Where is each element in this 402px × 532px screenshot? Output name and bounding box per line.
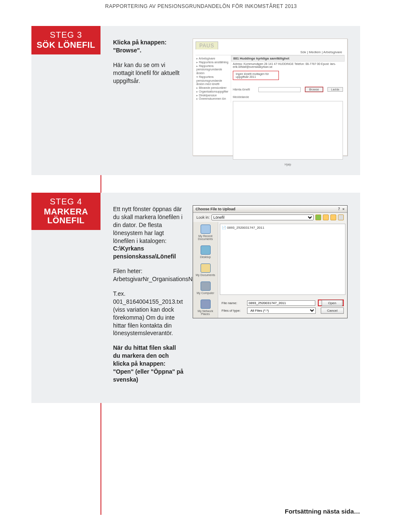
upload-path-input[interactable] [258, 87, 301, 92]
step-3: STEG 3 SÖK LÖNEFIL Klicka på knappen: "B… [31, 26, 360, 175]
tree-item: Rapportera pensionsgrundande årslön med … [196, 75, 230, 86]
step-4-p3: T.ex. 001_8164004155_2013.txt (viss vari… [113, 290, 184, 337]
ss-status-highlight: Ingen lönefil mottagen för uppgiftsår 20… [233, 71, 279, 80]
step-4-num: STEG 4 [34, 197, 98, 207]
filename-input[interactable] [247, 300, 315, 306]
upload-button[interactable]: Ladda [327, 87, 343, 92]
open-button[interactable]: Open [322, 300, 343, 306]
step-3-text: Klicka på knappen: "Browse". Här kan du … [113, 39, 184, 91]
browse-button[interactable]: Browse [305, 87, 322, 92]
tree-item: Överenskommen lön [196, 97, 230, 101]
up-icon[interactable] [323, 214, 329, 220]
lookin-label: Look in: [196, 215, 210, 220]
back-icon[interactable] [315, 214, 321, 220]
filetype-label: Files of type: [222, 309, 245, 312]
ss-company-title: 881 Huddinge kyrkliga samfällighet [231, 55, 345, 62]
tree-item: Arbetsgivare [196, 57, 230, 61]
place-recent[interactable]: My Recent Documents [193, 222, 218, 243]
step-4-text: Ett nytt fönster öppnas där du skall mar… [113, 205, 184, 390]
place-mydocs[interactable]: My Documents [193, 261, 218, 279]
step-4-title: MARKERA LÖNEFIL [34, 207, 98, 225]
dialog-title: Choose File to Upload [196, 207, 235, 211]
page-header: RAPPORTERING AV PENSIONSGRUNDANDELÖN FÖR… [0, 0, 402, 26]
step-3-p1: Klicka på knappen: "Browse". [113, 39, 167, 54]
step-4-p2: Filen heter: ArbetsgivarNr_Organisations… [113, 267, 184, 283]
page-footer: Kyrkans pensionskassa Universitetsallén … [0, 523, 402, 532]
step-4-p1b: C:\Kyrkans pensionskassa\Lönefil [113, 245, 176, 260]
file-list[interactable]: 0893_2520031747_2011 [220, 224, 345, 295]
place-network[interactable]: My Network Places [193, 297, 218, 318]
tree-item: Blivande pensionärer [196, 86, 230, 90]
help-link[interactable]: Hjalp [231, 161, 345, 166]
ss-company-info: Adress: Kommunvägen 28 141 47 HUDDINGE T… [231, 62, 345, 69]
message-label: Meddelande [233, 96, 256, 98]
tree-item: Organisationsuppgifter [196, 90, 230, 94]
tree-item: Rapportera pensionsgrundande årslön [196, 65, 230, 75]
close-icon[interactable]: ? × [338, 207, 345, 211]
paus-tab: PAUS [196, 41, 218, 49]
step-3-title: SÖK LÖNEFIL [34, 41, 98, 49]
place-desktop[interactable]: Desktop [193, 243, 218, 261]
ss-topbar: Sök | Medlem | Arbetsgivare [196, 49, 345, 55]
step-4-label: STEG 4 MARKERA LÖNEFIL [31, 193, 100, 230]
file-dialog-screenshot: Choose File to Upload ? × Look in: Lönef… [193, 205, 348, 318]
ss-tree: Arbetsgivare Rapportera anställning Rapp… [196, 55, 231, 103]
lookin-select[interactable]: Lönefil [211, 214, 314, 220]
browse-highlight: Browse [305, 87, 323, 92]
place-mycomputer[interactable]: My Computer [193, 279, 218, 297]
cancel-button[interactable]: Cancel [321, 307, 344, 314]
views-icon[interactable] [338, 214, 344, 220]
filetype-select[interactable]: All Files (*.*) [247, 307, 316, 314]
filename-label: File name: [222, 301, 245, 305]
step-3-label: STEG 3 SÖK LÖNEFIL [31, 26, 100, 54]
step-4-p4: När du hittat filen skall du markera den… [113, 344, 183, 383]
browser-screenshot: PAUS Sök | Medlem | Arbetsgivare Arbetsg… [193, 39, 348, 156]
continuation-text: Fortsättning nästa sida… [0, 508, 360, 515]
tree-item: Direktpension [196, 94, 230, 98]
step-3-num: STEG 3 [34, 30, 98, 40]
step-3-p2: Här kan du se om vi mottagit lönefil för… [113, 61, 184, 85]
tree-item: Rapportera anställning [196, 61, 230, 65]
upload-label: Hämta lönefil [233, 88, 256, 91]
message-area [233, 101, 343, 160]
file-item[interactable]: 0893_2520031747_2011 [222, 226, 343, 230]
open-highlight: Open [318, 300, 344, 306]
step-4-p1: Ett nytt fönster öppnas där du skall mar… [113, 206, 183, 244]
newfolder-icon[interactable] [330, 214, 336, 220]
places-bar: My Recent Documents Desktop My Documents… [193, 222, 218, 318]
step-4: STEG 4 MARKERA LÖNEFIL Ett nytt fönster … [31, 193, 360, 403]
